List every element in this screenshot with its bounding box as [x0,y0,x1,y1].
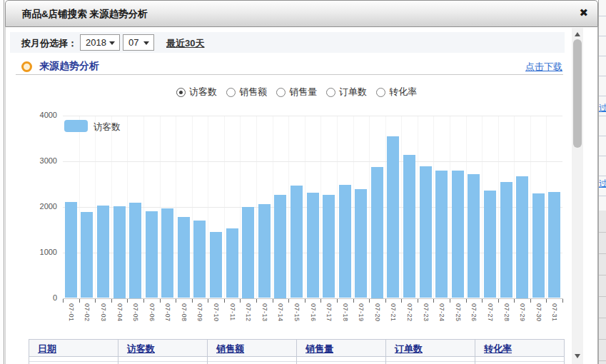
x-axis-label: 07-20 [374,303,381,322]
chart-bar-07-06[interactable] [146,211,158,298]
chart-bar-07-03[interactable] [97,206,109,298]
x-axis-label: 07-26 [470,303,478,322]
chart-bar-07-02[interactable] [81,212,93,298]
chart-bar-07-20[interactable] [371,167,383,298]
background-table-border [599,136,606,136]
x-axis-label: 07-21 [390,303,397,322]
background-table-border [599,176,606,176]
x-axis-tick [305,299,305,303]
x-axis-tick [256,299,257,303]
chart-bar-07-19[interactable] [355,189,367,298]
x-axis-label: 07-05 [132,303,139,322]
chart-bar-07-12[interactable] [242,207,254,298]
x-axis-tick [111,299,112,303]
x-axis-tick [192,299,193,303]
chart-bar-07-22[interactable] [403,155,415,298]
chart-bar-07-04[interactable] [113,206,126,298]
x-axis-label: 07-18 [342,303,349,322]
chart-bar-07-11[interactable] [226,228,238,298]
y-axis-label: 1000 [27,248,57,256]
x-axis-tick [562,299,563,303]
data-table: 日期访客数销售额销售量订单数转化率 [29,339,565,364]
h-gridline [63,116,562,116]
background-link-fragment: 过 [599,102,606,114]
close-icon[interactable]: ✖ [579,6,588,19]
x-axis-line [63,298,563,299]
x-axis-tick [208,299,208,303]
table-column-border [385,339,386,364]
background-table-border [599,318,606,318]
table-header-销售额[interactable]: 销售额 [216,343,244,355]
table-column-border [29,339,29,364]
chart-bar-07-08[interactable] [178,217,190,298]
x-axis-tick [401,299,402,303]
chart-bar-07-21[interactable] [387,136,399,298]
chart-bar-07-10[interactable] [210,232,222,298]
table-header-日期[interactable]: 日期 [38,343,56,355]
scroll-up-icon[interactable] [575,32,580,36]
table-column-border [207,339,208,364]
background-table-border [599,116,606,116]
chart-bar-07-29[interactable] [516,176,528,298]
table-header-订单数[interactable]: 订单数 [395,343,423,355]
chart-bar-07-16[interactable] [307,193,319,298]
x-axis-tick [546,299,547,303]
x-axis-tick [160,299,161,303]
background-table-border [599,156,606,156]
chart-bar-07-05[interactable] [129,203,141,298]
table-column-border [296,339,297,364]
dialog-title: 商品&店铺搜索 来源趋势分析 [22,8,148,21]
chart-bar-07-17[interactable] [323,195,335,298]
chart-bar-07-27[interactable] [484,191,496,298]
scrollbar[interactable] [572,28,583,364]
chart-bar-07-09[interactable] [193,221,206,298]
chart-bar-07-25[interactable] [452,171,464,298]
chart-bar-07-31[interactable] [548,192,560,298]
chart-bar-07-18[interactable] [339,185,351,298]
x-axis-tick [385,299,386,303]
x-axis-tick [63,299,64,303]
x-axis-label: 07-02 [84,303,91,322]
x-axis-label: 07-01 [68,303,75,322]
chart-bar-07-14[interactable] [274,195,286,298]
x-axis-tick [514,299,515,303]
x-axis-label: 07-12 [245,303,252,322]
chart-bar-07-28[interactable] [500,182,512,298]
x-axis-tick [482,299,483,303]
x-axis-tick [337,299,338,303]
x-axis-tick [273,299,273,303]
x-axis-label: 07-07 [164,303,171,322]
chart-bar-07-07[interactable] [161,208,173,298]
x-axis-tick [498,299,499,303]
x-axis-tick [433,299,434,303]
x-axis-label: 07-06 [148,303,156,322]
background-table-border [599,360,606,361]
scroll-down-icon[interactable] [575,354,580,358]
chart-bar-07-24[interactable] [435,171,448,298]
chart-bar-07-15[interactable] [291,186,303,298]
chart-bar-07-23[interactable] [420,166,432,298]
x-axis-label: 07-10 [213,303,220,322]
y-axis-label: 4000 [27,111,57,119]
legend-label: 访客数 [94,121,121,133]
chart-bar-07-01[interactable] [65,202,77,298]
x-axis-label: 07-11 [229,303,236,321]
x-axis-tick [530,299,531,303]
x-axis-label: 07-03 [100,303,107,322]
x-axis-tick [466,299,467,303]
scrollbar-thumb[interactable] [573,39,582,148]
table-header-访客数[interactable]: 访客数 [127,343,155,355]
chart-bar-07-26[interactable] [468,174,480,298]
h-gridline [63,161,562,162]
x-axis-label: 07-04 [116,303,123,322]
chart-bar-07-30[interactable] [532,193,545,298]
dialog-content: 按月份选择： 2018 07 最近30天 来源趋势分析 点击下载 访客数销售额销… [5,0,598,364]
table-header-转化率[interactable]: 转化率 [484,343,512,355]
x-axis-label: 07-29 [519,303,526,322]
x-axis-tick [320,299,321,303]
background-table-border [599,253,606,254]
background-table-border [599,196,606,196]
x-axis-label: 07-17 [325,303,333,322]
chart-bar-07-13[interactable] [258,204,271,298]
table-header-销售量[interactable]: 销售量 [305,343,333,355]
